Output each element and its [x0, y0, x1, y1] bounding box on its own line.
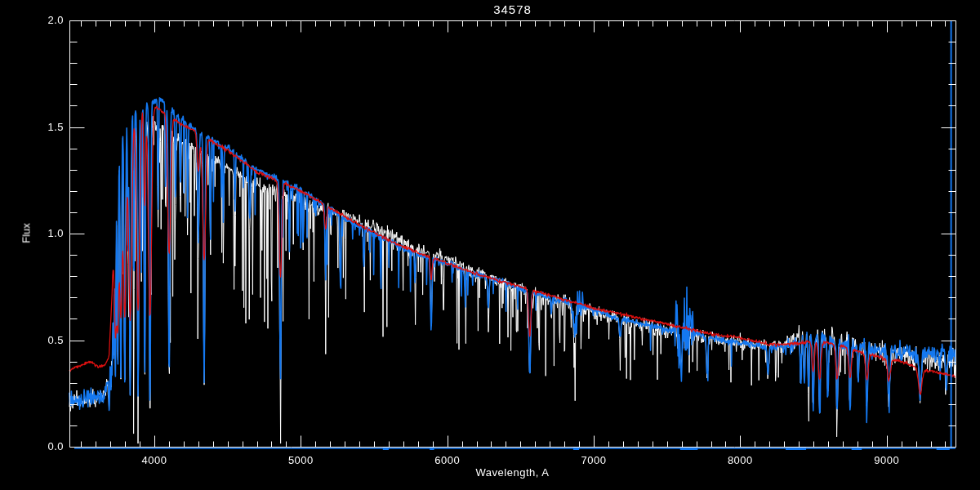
y-tick-label: 2.0	[2, 14, 64, 26]
spectrum-chart: 34578 Wavelength, A Flux 400050006000700…	[0, 0, 980, 490]
x-tick-label: 9000	[854, 454, 920, 466]
chart-title: 34578	[69, 2, 956, 16]
spectrum-plot-canvas	[0, 0, 980, 490]
y-tick-label: 0.0	[2, 440, 64, 452]
x-tick-label: 4000	[122, 454, 187, 466]
x-tick-label: 5000	[268, 454, 333, 466]
x-tick-label: 7000	[561, 454, 626, 466]
x-tick-label: 8000	[707, 454, 773, 466]
y-tick-label: 0.5	[2, 334, 64, 346]
x-tick-label: 6000	[415, 454, 480, 466]
y-tick-label: 1.0	[2, 227, 64, 239]
x-axis-label: Wavelength, A	[69, 466, 956, 479]
y-tick-label: 1.5	[2, 121, 64, 133]
